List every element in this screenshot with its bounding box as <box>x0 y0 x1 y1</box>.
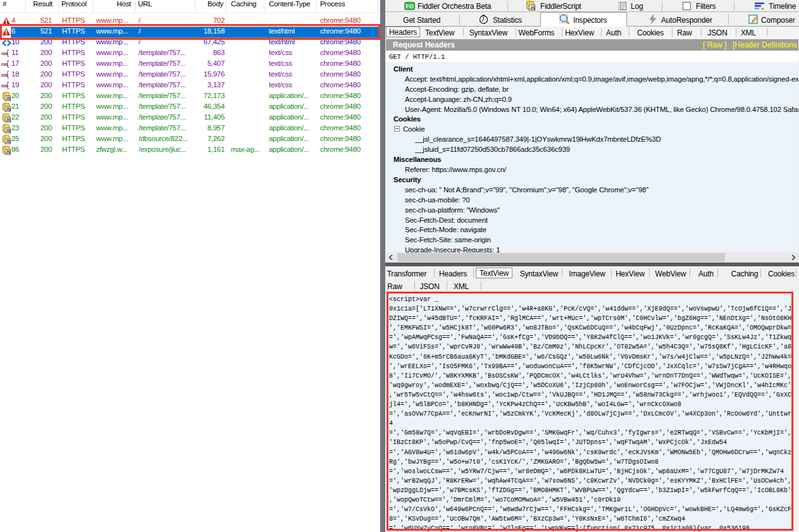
svg-text:JS: JS <box>6 118 10 122</box>
svg-text:JS: JS <box>530 6 535 10</box>
svg-text:JS: JS <box>6 96 10 101</box>
svg-text:JS: JS <box>6 150 10 154</box>
svg-text:JS: JS <box>6 128 10 133</box>
svg-text:JS: JS <box>6 107 10 111</box>
svg-text:JS: JS <box>6 139 10 144</box>
svg-text:FO: FO <box>406 3 414 9</box>
